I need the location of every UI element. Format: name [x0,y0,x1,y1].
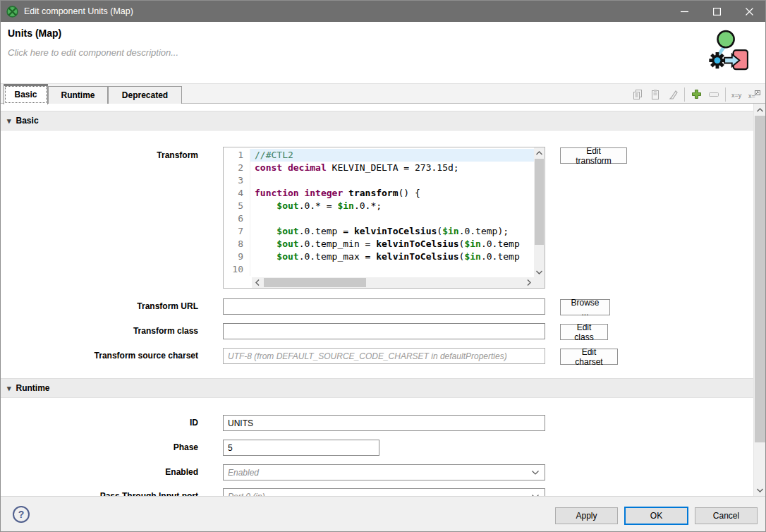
tab-basic[interactable]: Basic [4,84,48,104]
properties-toolbar: x=y x= [631,85,761,103]
code-lines[interactable]: 1//#CTL22const decimal KELVIN_DELTA = 27… [224,149,534,277]
code-line: 4function integer transform() { [224,187,534,200]
collapse-caret-icon: ▾ [7,116,11,126]
toolbar-separator [725,87,726,102]
dialog-footer: ? Apply OK Cancel [1,496,765,532]
close-button[interactable] [733,1,765,22]
transform-code-editor[interactable]: 1//#CTL22const decimal KELVIN_DELTA = 27… [223,147,545,289]
charset-label: Transform source charset [15,348,198,364]
copy-icon [631,88,644,101]
tab-runtime[interactable]: Runtime [48,86,108,104]
edit-component-dialog: Edit component Units (Map) Units (Map) C… [0,0,766,532]
phase-label: Phase [15,440,198,456]
enabled-label: Enabled [15,464,198,480]
scroll-right-icon[interactable] [523,277,534,288]
titlebar[interactable]: Edit component Units (Map) [1,1,765,22]
tab-deprecated[interactable]: Deprecated [108,86,182,104]
window-controls [668,1,765,22]
id-input[interactable] [223,415,545,431]
editor-hscroll-thumb[interactable] [264,278,366,287]
transform-class-label: Transform class [15,323,198,339]
component-name: Units (Map) [8,28,61,39]
charset-input[interactable] [223,348,545,364]
remove-property-icon [707,88,720,101]
edit-class-button[interactable]: Edit class [560,324,608,340]
chevron-down-icon [532,471,539,475]
code-line: 10 [224,263,534,276]
gear-icon [709,52,725,68]
transform-url-input[interactable] [223,298,545,315]
component-description-placeholder[interactable]: Click here to edit component description… [8,47,178,58]
pass-through-select[interactable]: Port 0 (in) [223,488,545,496]
edit-transform-button[interactable]: Edit transform [560,147,627,164]
editor-vscroll-thumb[interactable] [535,159,544,245]
advanced-properties-icon[interactable]: x= [748,88,761,101]
dialog-content: ▾ Basic Transform 1//#CTL22const decimal… [1,104,765,496]
collapse-caret-icon: ▾ [7,384,11,393]
help-button[interactable]: ? [13,506,30,523]
scrollbar-corner [534,277,545,288]
section-basic[interactable]: ▾ Basic [1,111,755,131]
svg-text:x=y: x=y [731,92,742,99]
scroll-down-icon[interactable] [754,484,765,496]
id-label: ID [15,415,198,431]
paste-icon [649,88,662,101]
cancel-button[interactable]: Cancel [695,507,758,524]
code-line: 2const decimal KELVIN_DELTA = 273.15d; [224,162,534,174]
clover-logo-icon [6,6,18,18]
enabled-select[interactable]: Enabled [223,464,545,480]
section-runtime[interactable]: ▾ Runtime [1,378,755,398]
editor-vertical-scrollbar[interactable] [534,147,545,277]
toolbar-separator [684,87,685,102]
browse-button[interactable]: Browse ... [560,299,610,315]
ok-button[interactable]: OK [624,507,688,525]
minimize-button[interactable] [668,1,700,22]
transform-url-label: Transform URL [15,298,198,315]
dialog-header: Units (Map) Click here to edit component… [1,22,765,83]
tab-strip: Basic Runtime Deprecated [1,83,765,104]
phase-input[interactable] [223,440,379,456]
svg-text:x=: x= [748,92,755,99]
transform-class-input[interactable] [223,323,545,339]
code-line: 6 [224,212,534,225]
pass-through-label: Pass Through Input port [15,488,198,496]
edit-charset-button[interactable]: Edit charset [560,349,618,365]
map-component-icon [706,29,748,75]
scroll-left-icon[interactable] [252,277,262,288]
scroll-down-icon[interactable] [534,267,545,277]
code-line: 7 $out.0.temp = kelvinToCelsius($in.0.te… [224,225,534,238]
dialog-vertical-scrollbar[interactable] [753,104,765,496]
code-line: 8 $out.0.temp_min = kelvinToCelsius($in.… [224,238,534,250]
transform-label: Transform [15,147,198,164]
simple-properties-icon[interactable]: x=y [731,88,743,101]
code-line: 1//#CTL2 [224,149,534,162]
apply-button[interactable]: Apply [555,507,618,524]
scroll-up-icon[interactable] [534,147,545,158]
window-title: Edit component Units (Map) [24,6,133,16]
editor-horizontal-scrollbar[interactable] [252,277,534,288]
erase-icon [667,88,679,101]
code-line: 3 [224,174,534,187]
add-property-icon[interactable] [690,88,703,101]
scroll-up-icon[interactable] [754,104,765,116]
dialog-vscroll-thumb[interactable] [755,116,765,442]
code-line: 5 $out.0.* = $in.0.*; [224,200,534,212]
maximize-button[interactable] [700,1,733,22]
code-line: 9 $out.0.temp_max = kelvinToCelsius($in.… [224,250,534,263]
